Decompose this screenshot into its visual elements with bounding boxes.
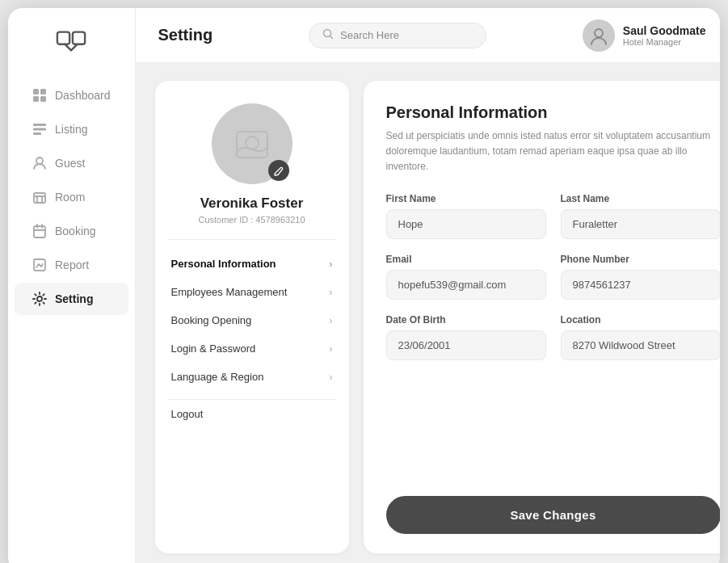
user-name: Saul Goodmate xyxy=(623,24,706,37)
chevron-icon-0: › xyxy=(329,258,332,270)
svg-point-15 xyxy=(595,29,603,37)
form-row-name: First Name Last Name xyxy=(386,193,721,239)
location-input[interactable] xyxy=(561,330,721,360)
profile-name: Veronika Foster xyxy=(200,195,304,212)
dashboard-icon xyxy=(32,88,47,103)
form-group-location: Location xyxy=(561,314,721,360)
phone-label: Phone Number xyxy=(561,254,721,265)
info-description: Sed ut perspiciatis unde omnis isted nat… xyxy=(386,128,721,175)
email-label: Email xyxy=(386,254,546,265)
sidebar-label-guest: Guest xyxy=(55,157,85,170)
profile-avatar-wrap xyxy=(212,103,292,184)
menu-item-language-region[interactable]: Language & Region › xyxy=(168,363,336,391)
sidebar-label-room: Room xyxy=(55,191,85,204)
svg-rect-2 xyxy=(33,89,39,95)
content: Veronika Foster Customer ID : 4578963210… xyxy=(136,63,721,563)
profile-menu: Personal Information › Employees Managem… xyxy=(168,250,336,391)
sidebar-label-listing: Listing xyxy=(55,123,87,136)
sidebar-label-report: Report xyxy=(55,258,89,271)
svg-rect-8 xyxy=(33,132,41,135)
form-group-email: Email xyxy=(386,254,546,300)
user-role: Hotel Manager xyxy=(623,37,706,47)
search-input[interactable] xyxy=(340,29,473,41)
info-card: Personal Information Sed ut perspiciatis… xyxy=(364,81,721,553)
form-row-contact: Email Phone Number xyxy=(386,254,721,300)
info-title: Personal Information xyxy=(386,103,721,122)
first-name-label: First Name xyxy=(386,193,546,204)
profile-customer-id: Customer ID : 4578963210 xyxy=(198,215,305,225)
setting-icon xyxy=(32,292,47,306)
header-search xyxy=(225,23,570,48)
more-menu-button[interactable]: ⋮ xyxy=(714,23,721,48)
sidebar-item-dashboard[interactable]: Dashboard xyxy=(15,79,128,111)
sidebar-item-guest[interactable]: Guest xyxy=(15,147,128,179)
dob-input[interactable] xyxy=(386,330,546,360)
last-name-label: Last Name xyxy=(561,193,721,204)
search-bar xyxy=(309,23,486,48)
chevron-icon-2: › xyxy=(329,314,332,326)
svg-rect-3 xyxy=(40,89,46,95)
header: Setting Saul Goodmate Hotel Manager ⋮ xyxy=(136,8,721,63)
sidebar-item-report[interactable]: Report xyxy=(15,249,128,281)
user-info: Saul Goodmate Hotel Manager xyxy=(623,24,706,47)
svg-rect-10 xyxy=(34,193,45,203)
form-row-dob-location: Date Of Birth Location xyxy=(386,314,721,360)
save-changes-button[interactable]: Save Changes xyxy=(386,496,721,534)
last-name-input[interactable] xyxy=(561,209,721,239)
logout-button[interactable]: Logout xyxy=(168,399,336,420)
menu-item-login-password[interactable]: Login & Password › xyxy=(168,334,336,363)
location-label: Location xyxy=(561,314,721,326)
form-group-dob: Date Of Birth xyxy=(386,314,546,360)
svg-rect-4 xyxy=(33,96,39,102)
listing-icon xyxy=(32,122,47,137)
avatar xyxy=(583,19,615,52)
sidebar-label-dashboard: Dashboard xyxy=(55,89,111,102)
menu-item-personal-info[interactable]: Personal Information › xyxy=(168,250,336,278)
svg-rect-1 xyxy=(73,32,85,44)
first-name-input[interactable] xyxy=(386,209,546,239)
profile-divider xyxy=(168,239,336,240)
menu-item-employees[interactable]: Employees Management › xyxy=(168,278,336,306)
logo xyxy=(56,8,86,71)
sidebar-nav: Dashboard Listing Guest Ro xyxy=(8,71,135,563)
chevron-icon-1: › xyxy=(329,286,332,298)
menu-item-booking-opening[interactable]: Booking Opening › xyxy=(168,306,336,334)
search-icon xyxy=(322,28,334,43)
form-group-first-name: First Name xyxy=(386,193,546,239)
page-title: Setting xyxy=(158,26,213,44)
sidebar-label-setting: Setting xyxy=(55,292,93,305)
dob-label: Date Of Birth xyxy=(386,314,546,326)
phone-input[interactable] xyxy=(561,270,721,300)
report-icon xyxy=(32,258,47,272)
header-user: Saul Goodmate Hotel Manager ⋮ xyxy=(583,19,720,52)
svg-rect-7 xyxy=(33,128,46,131)
profile-card: Veronika Foster Customer ID : 4578963210… xyxy=(155,81,349,553)
booking-icon xyxy=(32,224,47,238)
chevron-icon-4: › xyxy=(329,371,332,383)
guest-icon xyxy=(32,156,47,170)
svg-point-9 xyxy=(36,158,43,164)
app-container: Dashboard Listing Guest Ro xyxy=(8,8,720,563)
svg-rect-16 xyxy=(237,132,267,158)
sidebar-item-listing[interactable]: Listing xyxy=(15,113,128,145)
svg-rect-0 xyxy=(57,32,69,44)
room-icon xyxy=(32,190,47,204)
chevron-icon-3: › xyxy=(329,342,332,355)
svg-rect-5 xyxy=(40,96,46,102)
svg-rect-11 xyxy=(34,226,45,237)
sidebar-item-room[interactable]: Room xyxy=(15,181,128,213)
sidebar-label-booking: Booking xyxy=(55,225,96,237)
svg-point-13 xyxy=(37,296,42,301)
main: Setting Saul Goodmate Hotel Manager ⋮ xyxy=(136,8,721,563)
form-group-last-name: Last Name xyxy=(561,193,721,239)
form-group-phone: Phone Number xyxy=(561,254,721,300)
sidebar: Dashboard Listing Guest Ro xyxy=(8,8,136,563)
avatar-edit-button[interactable] xyxy=(268,160,289,181)
sidebar-item-booking[interactable]: Booking xyxy=(15,215,128,247)
sidebar-item-setting[interactable]: Setting xyxy=(15,283,128,315)
svg-point-14 xyxy=(324,29,331,36)
email-input[interactable] xyxy=(386,270,546,300)
svg-rect-6 xyxy=(33,124,46,126)
